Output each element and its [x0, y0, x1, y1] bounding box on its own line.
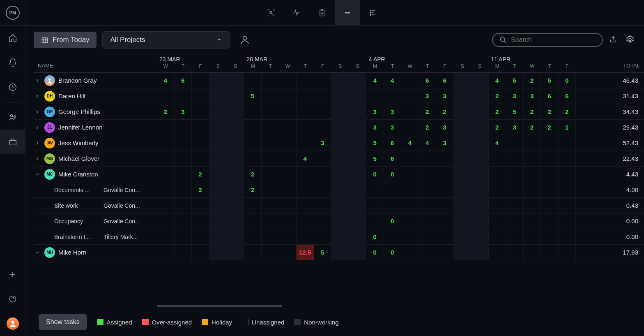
workload-cell[interactable]: [471, 88, 489, 104]
workload-cell[interactable]: 0: [384, 213, 402, 229]
workload-cell[interactable]: [279, 73, 297, 88]
workload-cell[interactable]: [192, 88, 209, 104]
workload-cell[interactable]: 5: [366, 151, 384, 167]
workload-cell[interactable]: [471, 104, 489, 120]
person-filter-icon[interactable]: [239, 35, 250, 45]
workload-cell[interactable]: [227, 198, 244, 213]
workload-cell[interactable]: [314, 88, 332, 104]
workload-cell[interactable]: [541, 213, 559, 229]
workload-cell[interactable]: [175, 151, 192, 167]
home-icon[interactable]: [0, 25, 25, 50]
workload-cell[interactable]: [384, 182, 402, 198]
workload-cell[interactable]: [331, 120, 349, 135]
workload-cell[interactable]: [471, 151, 489, 167]
workload-cell[interactable]: 5: [506, 73, 524, 88]
workload-cell[interactable]: [401, 198, 419, 213]
workload-cell[interactable]: 2: [559, 104, 576, 120]
workload-cell[interactable]: 6: [559, 88, 576, 104]
workload-cell[interactable]: [297, 120, 314, 135]
workload-cell[interactable]: [262, 73, 279, 88]
workload-cell[interactable]: [279, 167, 297, 182]
briefcase-icon[interactable]: [0, 130, 25, 154]
project-select[interactable]: All Projects: [102, 31, 230, 49]
workload-cell[interactable]: [401, 182, 419, 198]
workload-cell[interactable]: 0: [366, 167, 384, 182]
workload-cell[interactable]: [209, 198, 227, 213]
workload-cell[interactable]: [297, 213, 314, 229]
workload-cell[interactable]: 3: [524, 88, 541, 104]
workload-cell[interactable]: [401, 73, 419, 88]
workload-cell[interactable]: [349, 120, 367, 135]
workload-cell[interactable]: [331, 213, 349, 229]
workload-cell[interactable]: [192, 198, 209, 213]
workload-cell[interactable]: [559, 151, 576, 167]
workload-cell[interactable]: [157, 120, 175, 135]
workload-cell[interactable]: [209, 182, 227, 198]
workload-cell[interactable]: [227, 88, 244, 104]
show-tasks-button[interactable]: Show tasks: [39, 314, 87, 330]
workload-cell[interactable]: [175, 135, 192, 151]
workload-cell[interactable]: [454, 182, 472, 198]
workload-cell[interactable]: [419, 151, 437, 167]
team-icon[interactable]: [0, 105, 25, 130]
workload-cell[interactable]: [366, 198, 384, 213]
workload-cell[interactable]: [401, 151, 419, 167]
workload-cell[interactable]: [349, 104, 367, 120]
workload-cell[interactable]: 0: [366, 245, 384, 260]
workload-cell[interactable]: [471, 73, 489, 88]
workload-cell[interactable]: 5: [366, 135, 384, 151]
workload-cell[interactable]: 6: [436, 73, 454, 88]
chevron-right-icon[interactable]: [34, 125, 41, 130]
workload-cell[interactable]: [454, 245, 472, 260]
workload-cell[interactable]: [506, 135, 524, 151]
workload-cell[interactable]: [506, 182, 524, 198]
workload-cell[interactable]: [209, 167, 227, 182]
workload-cell[interactable]: [262, 229, 279, 245]
workload-cell[interactable]: [331, 245, 349, 260]
search-box[interactable]: [492, 33, 603, 47]
workload-cell[interactable]: [559, 213, 576, 229]
workload-cell[interactable]: [297, 167, 314, 182]
workload-cell[interactable]: [209, 73, 227, 88]
workload-cell[interactable]: [175, 182, 192, 198]
workload-cell[interactable]: [349, 198, 367, 213]
workload-cell[interactable]: [157, 88, 175, 104]
workload-cell[interactable]: 3: [384, 120, 402, 135]
workload-cell[interactable]: [331, 182, 349, 198]
workload-cell[interactable]: [349, 245, 367, 260]
workload-cell[interactable]: [279, 245, 297, 260]
workload-cell[interactable]: 2: [524, 73, 541, 88]
workload-cell[interactable]: [436, 198, 454, 213]
workload-cell[interactable]: [227, 182, 244, 198]
workload-cell[interactable]: [366, 182, 384, 198]
workload-cell[interactable]: [524, 135, 541, 151]
workload-cell[interactable]: [559, 167, 576, 182]
workload-cell[interactable]: [192, 104, 209, 120]
workload-cell[interactable]: [401, 245, 419, 260]
workload-cell[interactable]: [559, 198, 576, 213]
workload-cell[interactable]: [244, 198, 262, 213]
chevron-down-icon[interactable]: [34, 171, 41, 177]
workload-cell[interactable]: 5: [541, 73, 559, 88]
workload-cell[interactable]: [366, 213, 384, 229]
workload-cell[interactable]: [262, 135, 279, 151]
workload-cell[interactable]: 6: [175, 73, 192, 88]
workload-cell[interactable]: 2: [192, 182, 209, 198]
workload-cell[interactable]: 12.5: [297, 245, 314, 260]
workload-cell[interactable]: 2: [244, 167, 262, 182]
workload-cell[interactable]: [471, 167, 489, 182]
workload-cell[interactable]: [227, 213, 244, 229]
workload-cell[interactable]: [279, 88, 297, 104]
workload-cell[interactable]: [506, 198, 524, 213]
workload-cell[interactable]: [401, 213, 419, 229]
workload-cell[interactable]: [314, 182, 332, 198]
workload-cell[interactable]: [192, 135, 209, 151]
workload-cell[interactable]: 6: [384, 151, 402, 167]
chevron-right-icon[interactable]: [34, 109, 41, 115]
workload-cell[interactable]: [454, 198, 472, 213]
workload-cell[interactable]: 2: [192, 167, 209, 182]
workload-cell[interactable]: [366, 88, 384, 104]
workload-cell[interactable]: [331, 229, 349, 245]
workload-cell[interactable]: [471, 245, 489, 260]
workload-cell[interactable]: [157, 167, 175, 182]
